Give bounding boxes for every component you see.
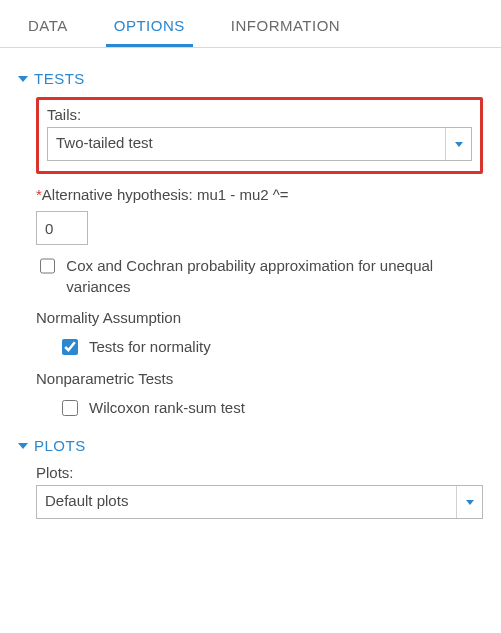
- plots-combo-value: Default plots: [37, 486, 456, 518]
- section-title-tests: TESTS: [34, 70, 85, 87]
- nonparametric-heading: Nonparametric Tests: [36, 370, 483, 387]
- tab-data[interactable]: DATA: [20, 5, 76, 47]
- section-body-tests: Tails: Two-tailed test *Alternative hypo…: [18, 93, 483, 429]
- section-toggle-plots[interactable]: PLOTS: [18, 437, 483, 454]
- highlight-tails-field: Tails: Two-tailed test: [36, 97, 483, 174]
- cox-cochran-checkbox[interactable]: [40, 258, 55, 274]
- section-toggle-tests[interactable]: TESTS: [18, 70, 483, 87]
- normality-heading: Normality Assumption: [36, 309, 483, 326]
- chevron-down-icon: [18, 443, 28, 449]
- tails-label: Tails:: [47, 106, 472, 123]
- wilcoxon-label: Wilcoxon rank-sum test: [89, 397, 245, 418]
- tails-combo-value: Two-tailed test: [48, 128, 445, 160]
- tails-combo-button[interactable]: [445, 128, 471, 160]
- filler: [36, 519, 483, 633]
- alt-hypothesis-label: *Alternative hypothesis: mu1 - mu2 ^=: [36, 186, 483, 203]
- plots-combo-button[interactable]: [456, 486, 482, 518]
- tab-information[interactable]: INFORMATION: [223, 5, 348, 47]
- cox-cochran-label: Cox and Cochran probability approximatio…: [66, 255, 483, 297]
- section-body-plots: Plots: Default plots: [18, 460, 483, 633]
- tails-combo[interactable]: Two-tailed test: [47, 127, 472, 161]
- alt-hypothesis-input[interactable]: [36, 211, 88, 245]
- options-panel: DATA OPTIONS INFORMATION TESTS Tails: Tw…: [0, 0, 501, 633]
- tab-bar: DATA OPTIONS INFORMATION: [0, 0, 501, 48]
- tab-options[interactable]: OPTIONS: [106, 5, 193, 47]
- options-scroll-pane[interactable]: TESTS Tails: Two-tailed test *Alternativ…: [0, 48, 501, 633]
- chevron-down-icon: [455, 142, 463, 147]
- tests-normality-checkbox[interactable]: [62, 339, 78, 355]
- wilcoxon-checkbox[interactable]: [62, 400, 78, 416]
- plots-combo[interactable]: Default plots: [36, 485, 483, 519]
- chevron-down-icon: [18, 76, 28, 82]
- section-title-plots: PLOTS: [34, 437, 86, 454]
- chevron-down-icon: [466, 500, 474, 505]
- tests-normality-label: Tests for normality: [89, 336, 211, 357]
- plots-label: Plots:: [36, 464, 483, 481]
